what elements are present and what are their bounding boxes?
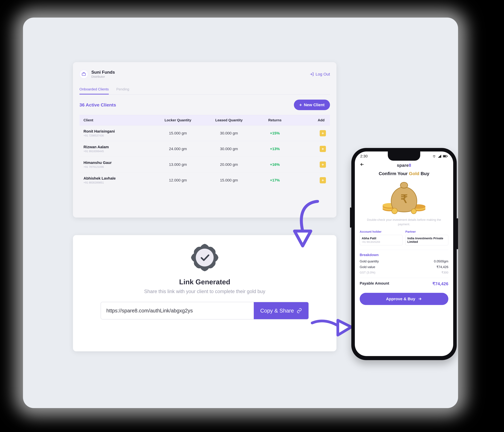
table-row: Rizwan Aalam+91 9910099445 24.000 gm 30.… (80, 141, 330, 157)
leased-qty: 30.000 gm (204, 147, 255, 151)
subtext: Double-check your investment details bef… (355, 217, 453, 226)
client-name: Rizwan Aalam (83, 145, 153, 149)
client-phone: +91 8830289851 (83, 181, 153, 184)
table-row: Himanshu Gaur+91 7879121096 13.000 gm 20… (80, 157, 330, 172)
returns: +16% (254, 162, 295, 167)
arrow-down-icon (290, 200, 322, 251)
add-button[interactable]: + (320, 130, 326, 136)
headline: Confirm Your Gold Buy (355, 171, 453, 176)
col-add: Add (295, 118, 326, 122)
headline-pre: Confirm Your (379, 171, 409, 176)
col-returns: Returns (254, 118, 295, 122)
brand-subtitle: Distributor (91, 75, 115, 79)
col-client: Client (83, 118, 153, 122)
plus-icon: + (322, 131, 324, 135)
add-button[interactable]: + (320, 162, 326, 168)
headline-gold: Gold (409, 171, 419, 176)
tab-pending[interactable]: Pending (116, 87, 129, 94)
new-client-label: New Client (304, 103, 324, 107)
account-holder-field: Account holder Abha Patil +91 9913025269 (360, 230, 403, 245)
distributor-dashboard: Suni Funds Distributor Log Out Onboarded… (73, 62, 336, 217)
logout-label: Log Out (315, 72, 330, 76)
row-gst: GST (3.0%) ₹300 (360, 271, 448, 278)
row-gold-qty: Gold quantity 0.0500gm (360, 260, 448, 263)
copy-share-button[interactable]: Copy & Share (254, 302, 308, 319)
status-time: 2:30 (360, 154, 368, 158)
account-box: Abha Patil +91 9913025269 (360, 235, 403, 245)
back-button[interactable] (360, 162, 365, 167)
label: GST (3.0%) (360, 271, 375, 274)
partner-box: India Investments Private Limited (405, 235, 448, 245)
table-header: Client Locker Quantity Leased Quantity R… (80, 115, 330, 126)
battery-icon (443, 155, 448, 158)
svg-point-14 (411, 209, 416, 214)
app-nav: spare8 (355, 161, 453, 170)
client-phone: +91 7298537436 (83, 134, 153, 137)
tabs: Onboarded Clients Pending (80, 87, 330, 95)
breakdown: Breakdown Gold quantity 0.0500gm Gold va… (355, 247, 453, 288)
info-pair: Account holder Abha Patil +91 9913025269… (355, 226, 453, 247)
locker-qty: 12.000 gm (153, 178, 204, 182)
gold-bag-illustration: ₹ (355, 176, 453, 217)
add-button[interactable]: + (320, 177, 326, 183)
col-locker: Locker Quantity (153, 118, 204, 122)
approve-buy-button[interactable]: Approve & Buy (360, 293, 448, 305)
leased-qty: 30.000 gm (204, 131, 255, 135)
link-generated-card: Link Generated Share this link with your… (73, 235, 336, 351)
svg-point-1 (196, 249, 214, 266)
svg-rect-0 (82, 73, 86, 75)
link-subtitle: Share this link with your client to comp… (144, 289, 265, 294)
phone-mock: 2:30 spare8 Confirm Your Gold Buy (351, 148, 457, 360)
client-name: Ronit Harisingani (83, 129, 153, 134)
leased-qty: 15.000 gm (204, 178, 255, 182)
approve-label: Approve & Buy (386, 297, 415, 301)
client-phone: +91 7879121096 (83, 165, 153, 169)
logout-button[interactable]: Log Out (310, 72, 330, 76)
value: ₹74,426 (432, 281, 448, 286)
returns: +13% (254, 147, 295, 151)
arrow-right-icon (311, 317, 353, 338)
briefcase-icon (80, 70, 88, 79)
label: Payable Amount (360, 281, 389, 286)
account-label: Account holder (360, 230, 403, 234)
signal-icon (438, 155, 441, 158)
link-title: Link Generated (179, 278, 230, 286)
breakdown-title: Breakdown (360, 250, 448, 257)
headline-post: Buy (419, 171, 429, 176)
table-row: Ronit Harisingani+91 7298537436 15.000 g… (80, 126, 330, 141)
value: 0.0500gm (434, 260, 448, 263)
row-payable: Payable Amount ₹74,426 (360, 281, 448, 286)
plus-icon: + (322, 178, 324, 183)
tab-onboarded[interactable]: Onboarded Clients (80, 87, 109, 94)
link-input[interactable] (101, 302, 254, 319)
copy-share-label: Copy & Share (260, 308, 294, 314)
new-client-button[interactable]: + New Client (294, 99, 330, 110)
locker-qty: 15.000 gm (153, 131, 204, 135)
partner-field: Partner India Investments Private Limite… (405, 230, 448, 245)
brand-name: Suni Funds (91, 70, 115, 75)
app-brand-text: spare (397, 163, 409, 168)
link-row: Copy & Share (101, 302, 309, 319)
table-row: Abhishek Lavhale+91 8830289851 12.000 gm… (80, 172, 330, 188)
add-button[interactable]: + (320, 146, 326, 152)
client-name: Abhishek Lavhale (83, 176, 153, 180)
client-phone: +91 9910099445 (83, 150, 153, 153)
app-brand-accent: 8 (409, 163, 411, 168)
phone-notch (388, 152, 420, 161)
link-icon (297, 308, 302, 313)
svg-rect-3 (443, 155, 446, 157)
arrow-left-icon (360, 162, 365, 167)
account-phone: +91 9913025269 (362, 241, 401, 243)
svg-text:₹: ₹ (400, 193, 408, 205)
plus-icon: + (322, 162, 324, 167)
phone-screen: 2:30 spare8 Confirm Your Gold Buy (355, 152, 453, 356)
wifi-icon (432, 155, 436, 158)
partner-label: Partner (405, 230, 448, 234)
active-client-count: 36 Active Clients (80, 102, 116, 108)
value: ₹300 (441, 271, 448, 274)
client-name: Himanshu Gaur (83, 161, 153, 165)
col-leased: Leased Quantity (204, 118, 255, 122)
app-brand: spare8 (397, 163, 411, 168)
arrow-right-icon (418, 297, 422, 301)
label: Gold quantity (360, 260, 379, 263)
